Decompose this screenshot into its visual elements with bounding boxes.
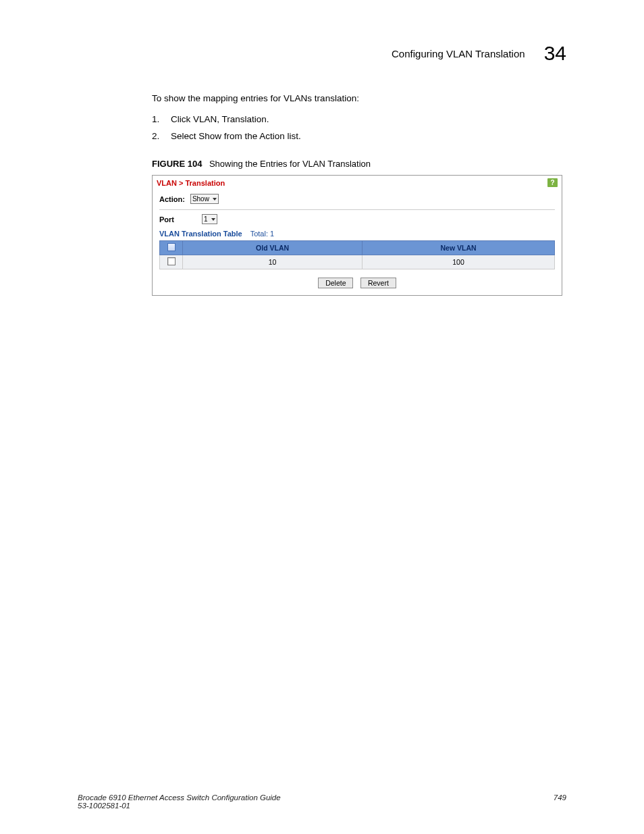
action-row: Action: Show [159, 194, 555, 204]
footer-page: 749 [554, 793, 566, 810]
figure-label: FIGURE 104 [152, 159, 202, 169]
total-value: 1 [270, 230, 274, 238]
page-footer: Brocade 6910 Ethernet Access Switch Conf… [78, 793, 566, 810]
main-content: To show the mapping entries for VLANs tr… [152, 93, 564, 296]
revert-button[interactable]: Revert [360, 278, 396, 288]
delete-button[interactable]: Delete [318, 278, 353, 288]
footer-guide: Brocade 6910 Ethernet Access Switch Conf… [78, 793, 281, 802]
header-checkbox-cell [160, 241, 183, 255]
col-new-vlan: New VLAN [363, 241, 555, 255]
vlan-translation-table: Old VLAN New VLAN 10 100 [159, 240, 555, 269]
port-value: 1 [204, 215, 208, 223]
row-checkbox[interactable] [167, 257, 176, 265]
intro-text: To show the mapping entries for VLANs tr… [152, 93, 564, 103]
action-select[interactable]: Show [190, 194, 219, 204]
breadcrumb: VLAN > Translation [157, 179, 225, 187]
step-text: Select Show from the Action list. [171, 131, 301, 141]
table-title-row: VLAN Translation Table Total: 1 [159, 230, 555, 238]
port-select[interactable]: 1 [202, 214, 217, 224]
port-label: Port [159, 215, 196, 224]
figure-caption: FIGURE 104 Showing the Entries for VLAN … [152, 157, 564, 170]
breadcrumb-bar: VLAN > Translation ? [153, 176, 562, 190]
footer-docnum: 53-1002581-01 [78, 802, 281, 810]
help-icon[interactable]: ? [547, 178, 558, 187]
chapter-number: 34 [544, 42, 566, 65]
table-title: VLAN Translation Table [159, 230, 242, 238]
cell-old-vlan: 10 [183, 255, 363, 269]
port-row: Port 1 [159, 214, 555, 224]
step-item: 2. Select Show from the Action list. [152, 131, 564, 141]
figure-text: Showing the Entries for VLAN Translation [209, 159, 371, 169]
step-number: 2. [152, 131, 171, 141]
button-row: Delete Revert [159, 276, 555, 288]
step-item: 1. Click VLAN, Translation. [152, 114, 564, 124]
screenshot-panel: VLAN > Translation ? Action: Show Port 1… [152, 175, 562, 296]
page-header: Configuring VLAN Translation 34 [392, 42, 566, 65]
cell-new-vlan: 100 [363, 255, 555, 269]
row-checkbox-cell [160, 255, 183, 269]
select-all-checkbox[interactable] [167, 243, 176, 251]
col-old-vlan: Old VLAN [183, 241, 363, 255]
step-number: 1. [152, 114, 171, 124]
action-value: Show [192, 195, 209, 203]
action-label: Action: [159, 195, 185, 203]
divider [159, 209, 555, 210]
header-title: Configuring VLAN Translation [392, 48, 525, 59]
table-row: 10 100 [160, 255, 555, 269]
step-list: 1. Click VLAN, Translation. 2. Select Sh… [152, 114, 564, 141]
step-text: Click VLAN, Translation. [171, 114, 269, 124]
footer-left: Brocade 6910 Ethernet Access Switch Conf… [78, 793, 281, 810]
total-label: Total: [250, 230, 268, 238]
